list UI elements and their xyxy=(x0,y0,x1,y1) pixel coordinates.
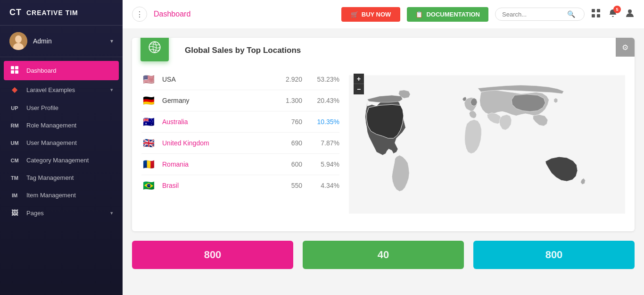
world-map-svg xyxy=(349,69,625,220)
flag-romania: 🇷🇴 xyxy=(141,159,156,170)
search-input[interactable] xyxy=(502,11,563,18)
main-content: ⋮ Dashboard 🛒 BUY NOW 📋 DOCUMENTATION 🔍 xyxy=(123,0,644,295)
flag-australia: 🇦🇺 xyxy=(141,116,156,127)
tag-management-icon: TM xyxy=(9,175,20,181)
sidebar-item-role-management[interactable]: RM Role Management xyxy=(0,117,123,134)
chevron-down-icon: ▾ xyxy=(110,87,113,93)
table-row: 🇬🇧 United Kingdom 690 7.87% xyxy=(141,133,339,154)
header: ⋮ Dashboard 🛒 BUY NOW 📋 DOCUMENTATION 🔍 xyxy=(123,0,644,28)
sidebar-item-label-category-management: Category Management xyxy=(26,157,113,164)
user-name: Admin xyxy=(33,37,105,45)
avatar xyxy=(9,32,27,50)
map-card-header: Global Sales by Top Locations xyxy=(132,38,635,61)
sidebar: CT CREATIVE TIM Admin ▾ xyxy=(0,0,123,295)
user-dropdown-arrow-icon[interactable]: ▾ xyxy=(110,38,113,44)
settings-button[interactable]: ⚙ xyxy=(616,38,635,57)
buy-now-button[interactable]: 🛒 BUY NOW xyxy=(341,7,401,22)
grid-icon[interactable] xyxy=(591,8,601,20)
header-menu-button[interactable]: ⋮ xyxy=(132,7,147,22)
location-name-usa: USA xyxy=(162,76,267,83)
sidebar-item-label-role-management: Role Management xyxy=(26,122,113,129)
map-card: ⚙ Global Sales by Top Locations xyxy=(132,38,635,231)
sidebar-item-user-management[interactable]: UM User Management xyxy=(0,134,123,152)
laravel-icon: ◆ xyxy=(9,85,20,94)
bottom-card-value-pink: 800 xyxy=(204,249,222,261)
svg-rect-7 xyxy=(592,9,595,12)
sidebar-item-user-profile[interactable]: UP User Profile xyxy=(0,99,123,117)
flag-uk: 🇬🇧 xyxy=(141,137,156,149)
zoom-in-button[interactable]: + xyxy=(354,74,364,84)
book-icon: 📋 xyxy=(415,11,423,18)
location-name-romania[interactable]: Romania xyxy=(162,160,267,168)
bottom-cards: 800 40 800 xyxy=(132,241,635,269)
location-table: 🇺🇸 USA 2.920 53.23% 🇩🇪 Germany 1.300 20.… xyxy=(141,69,339,222)
title-start: Global Sales by xyxy=(185,46,247,55)
sidebar-item-laravel-examples[interactable]: ◆ Laravel Examples ▾ xyxy=(0,80,123,99)
table-row: 🇺🇸 USA 2.920 53.23% xyxy=(141,69,339,90)
location-count-brasil: 550 xyxy=(274,182,302,189)
location-pct-usa: 53.23% xyxy=(309,76,339,83)
svg-rect-8 xyxy=(597,9,600,12)
location-count-australia: 760 xyxy=(274,118,302,126)
item-management-icon: IM xyxy=(9,193,20,198)
table-row: 🇩🇪 Germany 1.300 20.43% xyxy=(141,90,339,111)
content-area: ⚙ Global Sales by Top Locations xyxy=(123,28,644,295)
sidebar-item-tag-management[interactable]: TM Tag Management xyxy=(0,169,123,186)
logo-initials: CT xyxy=(9,8,22,17)
location-name-australia[interactable]: Australia xyxy=(162,118,267,126)
map-card-body: 🇺🇸 USA 2.920 53.23% 🇩🇪 Germany 1.300 20.… xyxy=(132,61,635,231)
sidebar-item-label-item-management: Item Management xyxy=(26,192,113,199)
location-name-germany: Germany xyxy=(162,97,267,104)
table-row: 🇷🇴 Romania 600 5.94% xyxy=(141,154,339,175)
header-icons: 5 xyxy=(591,8,635,20)
table-row: 🇦🇺 Australia 760 10.35% xyxy=(141,111,339,133)
svg-rect-9 xyxy=(592,14,595,17)
sidebar-item-item-management[interactable]: IM Item Management xyxy=(0,186,123,204)
role-management-icon: RM xyxy=(9,123,20,128)
location-pct-uk: 7.87% xyxy=(309,139,339,147)
location-count-uk: 690 xyxy=(274,139,302,147)
user-account-icon[interactable] xyxy=(625,8,635,20)
dashboard-icon xyxy=(9,66,20,75)
sidebar-item-label-laravel: Laravel Examples xyxy=(26,86,104,93)
world-map-area: + − xyxy=(349,69,625,222)
location-count-romania: 600 xyxy=(274,160,302,168)
sidebar-item-label-dashboard: Dashboard xyxy=(26,67,113,74)
notification-badge: 5 xyxy=(613,6,621,13)
location-pct-australia: 10.35% xyxy=(309,118,339,126)
location-pct-germany: 20.43% xyxy=(309,97,339,104)
flag-usa: 🇺🇸 xyxy=(141,74,156,85)
buy-now-label: BUY NOW xyxy=(362,11,391,18)
location-name-brasil[interactable]: Brasil xyxy=(162,182,267,189)
pages-icon: 🖼 xyxy=(9,209,20,217)
location-name-uk[interactable]: United Kingdom xyxy=(162,139,267,147)
search-box[interactable]: 🔍 xyxy=(495,8,585,21)
svg-rect-6 xyxy=(15,70,18,74)
bottom-card-green: 40 xyxy=(303,241,464,269)
zoom-out-button[interactable]: − xyxy=(354,84,364,94)
flag-brasil: 🇧🇷 xyxy=(141,180,156,191)
documentation-label: DOCUMENTATION xyxy=(426,11,480,18)
notification-icon[interactable]: 5 xyxy=(608,8,618,20)
sidebar-user[interactable]: Admin ▾ xyxy=(0,25,123,57)
user-profile-icon: UP xyxy=(9,105,20,111)
location-count-usa: 2.920 xyxy=(274,76,302,83)
documentation-button[interactable]: 📋 DOCUMENTATION xyxy=(407,7,488,22)
sidebar-logo: CT CREATIVE TIM xyxy=(0,0,123,25)
svg-rect-4 xyxy=(15,66,18,69)
title-bold: Top Locations xyxy=(247,46,301,55)
search-icon[interactable]: 🔍 xyxy=(567,10,575,18)
bottom-card-pink: 800 xyxy=(132,241,293,269)
gear-icon: ⚙ xyxy=(622,43,628,52)
sidebar-item-dashboard[interactable]: Dashboard xyxy=(4,61,119,80)
bottom-card-value-green: 40 xyxy=(378,249,389,261)
cart-icon: 🛒 xyxy=(351,11,358,18)
avatar-image xyxy=(9,32,27,50)
sidebar-item-category-management[interactable]: CM Category Management xyxy=(0,152,123,169)
flag-germany: 🇩🇪 xyxy=(141,95,156,106)
bottom-card-value-cyan: 800 xyxy=(545,249,563,261)
globe-icon-container xyxy=(140,38,169,61)
sidebar-item-pages[interactable]: 🖼 Pages ▾ xyxy=(0,204,123,222)
category-management-icon: CM xyxy=(9,158,20,163)
map-zoom-controls: + − xyxy=(354,74,364,94)
